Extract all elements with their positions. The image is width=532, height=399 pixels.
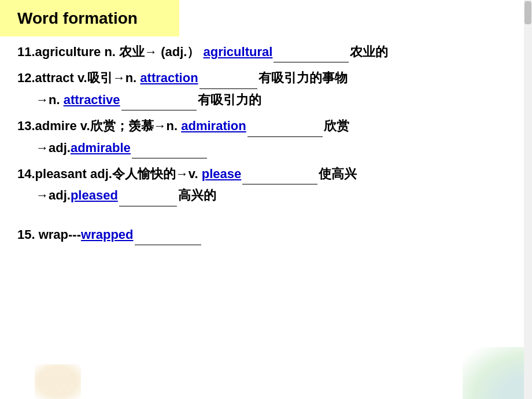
entry-11-blank: agricultural — [204, 45, 273, 59]
entry-14-line1: 14.pleasant adj.令人愉快的→v. please使高兴 — [17, 163, 520, 184]
entry-12-word: 12.attract v.吸引→n. — [17, 71, 136, 85]
entry-14-cn2: 高兴的 — [178, 188, 216, 202]
entry-12-line2: →n. attractive有吸引力的 — [17, 89, 520, 110]
entry-12-underline2 — [121, 110, 197, 110]
entry-11-line: 11.agriculture n. 农业→ (adj.） agricultura… — [17, 41, 520, 62]
bottom-left-decoration — [35, 364, 81, 399]
entry-12-blank1: attraction — [140, 71, 198, 85]
entry-14-underline2 — [119, 206, 177, 206]
entry-14-word: 14.pleasant adj.令人愉快的→v. — [17, 167, 202, 181]
entry-13-blank1: admiration — [181, 119, 246, 133]
entry-13-underline2 — [132, 158, 207, 158]
entry-12-cn2: 有吸引力的 — [198, 93, 261, 107]
entry-11-word: 11.agriculture n. 农业→ (adj.） — [17, 45, 200, 59]
entry-11-cn: 农业的 — [350, 45, 388, 59]
entry-14-cn1: 使高兴 — [319, 167, 357, 181]
entry-15-word: 15. wrap--- — [17, 227, 81, 242]
entry-13-arrow2: →adj. — [36, 141, 71, 155]
entry-15-blank: wrapped — [81, 227, 133, 242]
entry-13: 13.admire v.欣赏；羡慕→n. admiration欣赏 →adj.a… — [12, 115, 520, 158]
entry-15-line: 15. wrap---wrapped — [17, 224, 520, 245]
entry-14-blank2: pleased — [71, 188, 118, 202]
entry-12-arrow2: →n. — [36, 93, 60, 107]
entry-13-blank2: admirable — [71, 141, 131, 155]
main-content: Word formation 11.agriculture n. 农业→ (ad… — [0, 0, 532, 257]
entry-14: 14.pleasant adj.令人愉快的→v. please使高兴 →adj.… — [12, 163, 520, 206]
entry-11: 11.agriculture n. 农业→ (adj.） agricultura… — [12, 41, 520, 62]
scrollbar-track[interactable] — [524, 0, 532, 399]
entry-13-line2: →adj.admirable — [17, 137, 520, 158]
entry-14-underline1 — [242, 184, 317, 184]
entry-15: 15. wrap---wrapped — [12, 224, 520, 245]
entry-14-line2: →adj.pleased高兴的 — [17, 184, 520, 206]
entry-13-underline1 — [247, 136, 323, 137]
entry-14-blank1: please — [202, 167, 242, 181]
page-title: Word formation — [12, 0, 520, 36]
entry-13-cn1: 欣赏 — [324, 119, 349, 133]
entry-14-arrow2: →adj. — [36, 188, 71, 202]
bottom-right-decoration — [463, 347, 532, 399]
entry-11-underline — [274, 62, 349, 62]
entry-12-blank2: attractive — [64, 93, 120, 107]
entry-12-line1: 12.attract v.吸引→n. attraction有吸引力的事物 — [17, 67, 520, 88]
entry-12-cn1: 有吸引力的事物 — [258, 71, 348, 85]
entry-13-line1: 13.admire v.欣赏；羡慕→n. admiration欣赏 — [17, 115, 520, 136]
scrollbar-thumb[interactable] — [524, 1, 531, 24]
entry-15-underline — [135, 245, 201, 245]
entry-12: 12.attract v.吸引→n. attraction有吸引力的事物 →n.… — [12, 67, 520, 110]
entry-13-word: 13.admire v.欣赏；羡慕→n. — [17, 119, 178, 133]
